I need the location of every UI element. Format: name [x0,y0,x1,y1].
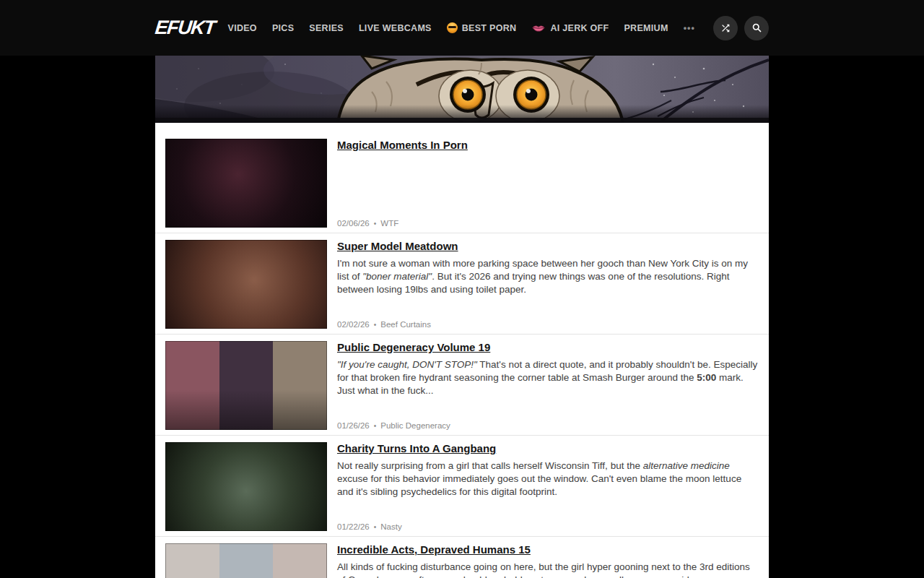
entry-category-link[interactable]: WTF [380,219,398,228]
entry-title-link[interactable]: Super Model Meatdown [337,240,458,253]
nav-item-series[interactable]: SERIES [309,23,344,33]
entry-body: Charity Turns Into A Gangbang Not really… [337,442,758,531]
nav-item-live-webcams[interactable]: LIVE WEBCAMS [359,23,432,33]
entry-meta: 02/02/26 • Beef Curtains [337,320,758,329]
video-thumbnail[interactable] [165,341,327,430]
entry-text-block: Charity Turns Into A Gangbang Not really… [337,442,758,499]
entry-category-link[interactable]: Beef Curtains [380,320,431,329]
video-entry: Public Degeneracy Volume 19 "If you're c… [155,335,769,436]
primary-nav: VIDEO PICS SERIES LIVE WEBCAMS BEST PORN… [228,22,695,33]
video-entry: Super Model Meatdown I'm not sure a woma… [155,233,769,335]
entry-text-block: Super Model Meatdown I'm not sure a woma… [337,240,758,296]
search-icon [751,22,762,33]
video-entry: Magical Moments In Porn 02/06/26 • WTF [155,132,769,233]
video-thumbnail[interactable] [165,442,327,531]
meta-separator-dot: • [374,321,377,329]
nav-item-pics[interactable]: PICS [272,23,294,33]
entry-description: "If you're caught, DON'T STOP!" That's n… [337,358,758,397]
owl-night-illustration-banner [155,56,769,123]
entry-body: Super Model Meatdown I'm not sure a woma… [337,240,758,329]
nav-item-more[interactable]: ••• [684,23,695,33]
site-logo[interactable]: EFUKT [154,17,223,39]
entry-title-link[interactable]: Magical Moments In Porn [337,139,468,152]
lips-icon [531,24,546,33]
entry-text-block: Incredible Acts, Depraved Humans 15 All … [337,543,758,578]
entry-description: All kinds of fucking disturbance going o… [337,561,758,578]
meta-separator-dot: • [374,523,377,531]
nav-item-premium[interactable]: PREMIUM [624,23,668,33]
video-entry: Charity Turns Into A Gangbang Not really… [155,436,769,537]
meta-separator-dot: • [374,422,377,430]
search-button[interactable] [744,16,769,40]
video-thumbnail[interactable] [165,139,327,228]
nav-item-best-porn[interactable]: BEST PORN [447,22,517,33]
entry-description: Not really surprising from a girl that c… [337,460,758,499]
entry-body: Incredible Acts, Depraved Humans 15 All … [337,543,758,578]
entry-title-link[interactable]: Charity Turns Into A Gangbang [337,442,496,455]
entry-title-link[interactable]: Incredible Acts, Depraved Humans 15 [337,543,531,556]
entry-text-block: Magical Moments In Porn [337,139,758,156]
entry-body: Public Degeneracy Volume 19 "If you're c… [337,341,758,430]
video-thumbnail[interactable] [165,543,327,578]
entry-meta: 01/22/26 • Nasty [337,522,758,531]
owl-banner-art [155,56,769,123]
entry-date: 02/02/26 [337,320,370,329]
video-thumbnail[interactable] [165,240,327,329]
entry-description: I'm not sure a woman with more parking s… [337,257,758,296]
video-entry: Incredible Acts, Depraved Humans 15 All … [155,537,769,578]
shuffle-icon [720,22,731,34]
header-actions [713,16,769,40]
entry-title-link[interactable]: Public Degeneracy Volume 19 [337,341,490,354]
video-entries-list: Magical Moments In Porn 02/06/26 • WTF S… [155,123,769,578]
meta-separator-dot: • [374,220,377,228]
top-navigation-bar: EFUKT VIDEO PICS SERIES LIVE WEBCAMS BES… [0,0,924,56]
nav-item-ai-jerk-off[interactable]: AI JERK OFF [531,23,609,33]
nav-item-video[interactable]: VIDEO [228,23,257,33]
entry-meta: 01/26/26 • Public Degeneracy [337,421,758,430]
random-video-button[interactable] [713,16,738,40]
flame-face-icon [447,22,458,33]
entry-meta: 02/06/26 • WTF [337,219,758,228]
entry-text-block: Public Degeneracy Volume 19 "If you're c… [337,341,758,397]
entry-date: 01/26/26 [337,421,370,430]
entry-category-link[interactable]: Public Degeneracy [380,421,450,430]
entry-date: 02/06/26 [337,219,370,228]
entry-body: Magical Moments In Porn 02/06/26 • WTF [337,139,758,228]
entry-date: 01/22/26 [337,522,370,531]
entry-category-link[interactable]: Nasty [380,522,401,531]
